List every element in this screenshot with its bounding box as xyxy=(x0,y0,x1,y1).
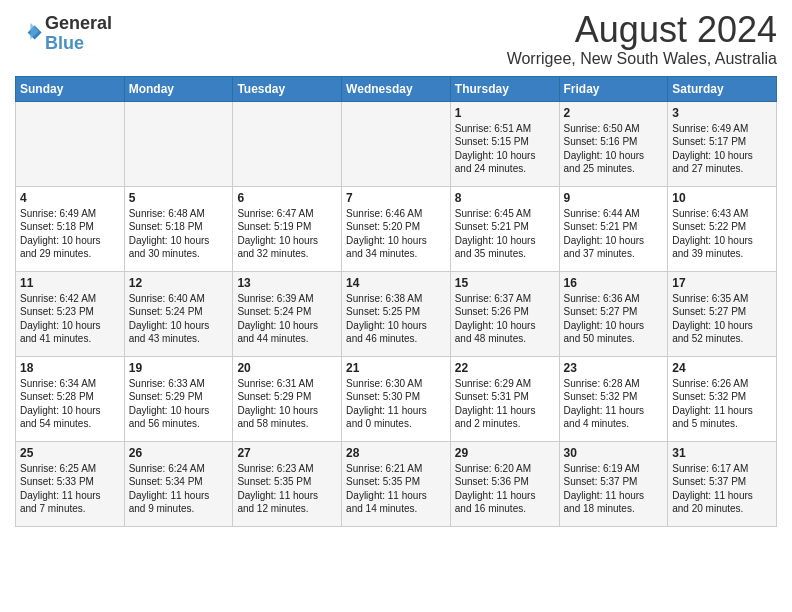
header-cell-friday: Friday xyxy=(559,76,668,101)
day-number: 16 xyxy=(564,276,664,290)
day-info: Sunrise: 6:47 AMSunset: 5:19 PMDaylight:… xyxy=(237,207,337,261)
calendar-body: 1Sunrise: 6:51 AMSunset: 5:15 PMDaylight… xyxy=(16,101,777,526)
day-info: Sunrise: 6:17 AMSunset: 5:37 PMDaylight:… xyxy=(672,462,772,516)
calendar-cell: 27Sunrise: 6:23 AMSunset: 5:35 PMDayligh… xyxy=(233,441,342,526)
day-info: Sunrise: 6:39 AMSunset: 5:24 PMDaylight:… xyxy=(237,292,337,346)
day-number: 18 xyxy=(20,361,120,375)
day-info: Sunrise: 6:31 AMSunset: 5:29 PMDaylight:… xyxy=(237,377,337,431)
calendar-cell: 4Sunrise: 6:49 AMSunset: 5:18 PMDaylight… xyxy=(16,186,125,271)
title-block: August 2024 Worrigee, New South Wales, A… xyxy=(507,10,777,68)
logo-icon xyxy=(15,20,43,48)
header-cell-tuesday: Tuesday xyxy=(233,76,342,101)
day-number: 3 xyxy=(672,106,772,120)
calendar-cell: 1Sunrise: 6:51 AMSunset: 5:15 PMDaylight… xyxy=(450,101,559,186)
calendar-cell: 3Sunrise: 6:49 AMSunset: 5:17 PMDaylight… xyxy=(668,101,777,186)
day-info: Sunrise: 6:43 AMSunset: 5:22 PMDaylight:… xyxy=(672,207,772,261)
logo-text: General Blue xyxy=(45,14,112,54)
page-subtitle: Worrigee, New South Wales, Australia xyxy=(507,50,777,68)
page-header: General Blue August 2024 Worrigee, New S… xyxy=(15,10,777,68)
day-number: 29 xyxy=(455,446,555,460)
calendar-cell: 14Sunrise: 6:38 AMSunset: 5:25 PMDayligh… xyxy=(342,271,451,356)
header-row: SundayMondayTuesdayWednesdayThursdayFrid… xyxy=(16,76,777,101)
day-info: Sunrise: 6:35 AMSunset: 5:27 PMDaylight:… xyxy=(672,292,772,346)
calendar-cell xyxy=(233,101,342,186)
day-info: Sunrise: 6:49 AMSunset: 5:17 PMDaylight:… xyxy=(672,122,772,176)
day-number: 23 xyxy=(564,361,664,375)
day-info: Sunrise: 6:23 AMSunset: 5:35 PMDaylight:… xyxy=(237,462,337,516)
day-number: 10 xyxy=(672,191,772,205)
calendar-cell: 22Sunrise: 6:29 AMSunset: 5:31 PMDayligh… xyxy=(450,356,559,441)
day-info: Sunrise: 6:45 AMSunset: 5:21 PMDaylight:… xyxy=(455,207,555,261)
calendar-header: SundayMondayTuesdayWednesdayThursdayFrid… xyxy=(16,76,777,101)
calendar-cell: 29Sunrise: 6:20 AMSunset: 5:36 PMDayligh… xyxy=(450,441,559,526)
calendar-cell: 20Sunrise: 6:31 AMSunset: 5:29 PMDayligh… xyxy=(233,356,342,441)
day-info: Sunrise: 6:33 AMSunset: 5:29 PMDaylight:… xyxy=(129,377,229,431)
day-number: 27 xyxy=(237,446,337,460)
calendar-week-5: 25Sunrise: 6:25 AMSunset: 5:33 PMDayligh… xyxy=(16,441,777,526)
calendar-week-3: 11Sunrise: 6:42 AMSunset: 5:23 PMDayligh… xyxy=(16,271,777,356)
day-info: Sunrise: 6:37 AMSunset: 5:26 PMDaylight:… xyxy=(455,292,555,346)
calendar-cell: 30Sunrise: 6:19 AMSunset: 5:37 PMDayligh… xyxy=(559,441,668,526)
page-title: August 2024 xyxy=(507,10,777,50)
day-number: 25 xyxy=(20,446,120,460)
day-number: 9 xyxy=(564,191,664,205)
calendar-cell: 6Sunrise: 6:47 AMSunset: 5:19 PMDaylight… xyxy=(233,186,342,271)
day-info: Sunrise: 6:34 AMSunset: 5:28 PMDaylight:… xyxy=(20,377,120,431)
calendar-cell: 11Sunrise: 6:42 AMSunset: 5:23 PMDayligh… xyxy=(16,271,125,356)
day-info: Sunrise: 6:38 AMSunset: 5:25 PMDaylight:… xyxy=(346,292,446,346)
header-cell-wednesday: Wednesday xyxy=(342,76,451,101)
calendar-table: SundayMondayTuesdayWednesdayThursdayFrid… xyxy=(15,76,777,527)
day-info: Sunrise: 6:26 AMSunset: 5:32 PMDaylight:… xyxy=(672,377,772,431)
day-number: 17 xyxy=(672,276,772,290)
header-cell-monday: Monday xyxy=(124,76,233,101)
calendar-cell: 10Sunrise: 6:43 AMSunset: 5:22 PMDayligh… xyxy=(668,186,777,271)
calendar-cell: 31Sunrise: 6:17 AMSunset: 5:37 PMDayligh… xyxy=(668,441,777,526)
calendar-cell: 12Sunrise: 6:40 AMSunset: 5:24 PMDayligh… xyxy=(124,271,233,356)
calendar-cell: 16Sunrise: 6:36 AMSunset: 5:27 PMDayligh… xyxy=(559,271,668,356)
day-number: 1 xyxy=(455,106,555,120)
logo: General Blue xyxy=(15,14,112,54)
calendar-week-2: 4Sunrise: 6:49 AMSunset: 5:18 PMDaylight… xyxy=(16,186,777,271)
day-info: Sunrise: 6:30 AMSunset: 5:30 PMDaylight:… xyxy=(346,377,446,431)
day-info: Sunrise: 6:40 AMSunset: 5:24 PMDaylight:… xyxy=(129,292,229,346)
header-cell-thursday: Thursday xyxy=(450,76,559,101)
day-number: 5 xyxy=(129,191,229,205)
day-info: Sunrise: 6:44 AMSunset: 5:21 PMDaylight:… xyxy=(564,207,664,261)
calendar-cell xyxy=(16,101,125,186)
calendar-cell: 21Sunrise: 6:30 AMSunset: 5:30 PMDayligh… xyxy=(342,356,451,441)
calendar-cell: 8Sunrise: 6:45 AMSunset: 5:21 PMDaylight… xyxy=(450,186,559,271)
calendar-cell: 25Sunrise: 6:25 AMSunset: 5:33 PMDayligh… xyxy=(16,441,125,526)
day-info: Sunrise: 6:21 AMSunset: 5:35 PMDaylight:… xyxy=(346,462,446,516)
day-number: 7 xyxy=(346,191,446,205)
day-number: 26 xyxy=(129,446,229,460)
day-number: 4 xyxy=(20,191,120,205)
day-info: Sunrise: 6:29 AMSunset: 5:31 PMDaylight:… xyxy=(455,377,555,431)
calendar-cell: 18Sunrise: 6:34 AMSunset: 5:28 PMDayligh… xyxy=(16,356,125,441)
calendar-cell: 2Sunrise: 6:50 AMSunset: 5:16 PMDaylight… xyxy=(559,101,668,186)
day-info: Sunrise: 6:48 AMSunset: 5:18 PMDaylight:… xyxy=(129,207,229,261)
day-number: 13 xyxy=(237,276,337,290)
day-info: Sunrise: 6:50 AMSunset: 5:16 PMDaylight:… xyxy=(564,122,664,176)
day-info: Sunrise: 6:20 AMSunset: 5:36 PMDaylight:… xyxy=(455,462,555,516)
day-info: Sunrise: 6:36 AMSunset: 5:27 PMDaylight:… xyxy=(564,292,664,346)
day-info: Sunrise: 6:19 AMSunset: 5:37 PMDaylight:… xyxy=(564,462,664,516)
day-number: 15 xyxy=(455,276,555,290)
day-number: 21 xyxy=(346,361,446,375)
day-number: 28 xyxy=(346,446,446,460)
calendar-week-1: 1Sunrise: 6:51 AMSunset: 5:15 PMDaylight… xyxy=(16,101,777,186)
day-info: Sunrise: 6:49 AMSunset: 5:18 PMDaylight:… xyxy=(20,207,120,261)
calendar-cell: 13Sunrise: 6:39 AMSunset: 5:24 PMDayligh… xyxy=(233,271,342,356)
calendar-week-4: 18Sunrise: 6:34 AMSunset: 5:28 PMDayligh… xyxy=(16,356,777,441)
calendar-cell xyxy=(124,101,233,186)
header-cell-sunday: Sunday xyxy=(16,76,125,101)
day-info: Sunrise: 6:24 AMSunset: 5:34 PMDaylight:… xyxy=(129,462,229,516)
calendar-cell: 7Sunrise: 6:46 AMSunset: 5:20 PMDaylight… xyxy=(342,186,451,271)
day-number: 30 xyxy=(564,446,664,460)
header-cell-saturday: Saturday xyxy=(668,76,777,101)
day-number: 20 xyxy=(237,361,337,375)
calendar-cell: 15Sunrise: 6:37 AMSunset: 5:26 PMDayligh… xyxy=(450,271,559,356)
calendar-cell: 9Sunrise: 6:44 AMSunset: 5:21 PMDaylight… xyxy=(559,186,668,271)
day-number: 22 xyxy=(455,361,555,375)
day-number: 2 xyxy=(564,106,664,120)
day-number: 19 xyxy=(129,361,229,375)
